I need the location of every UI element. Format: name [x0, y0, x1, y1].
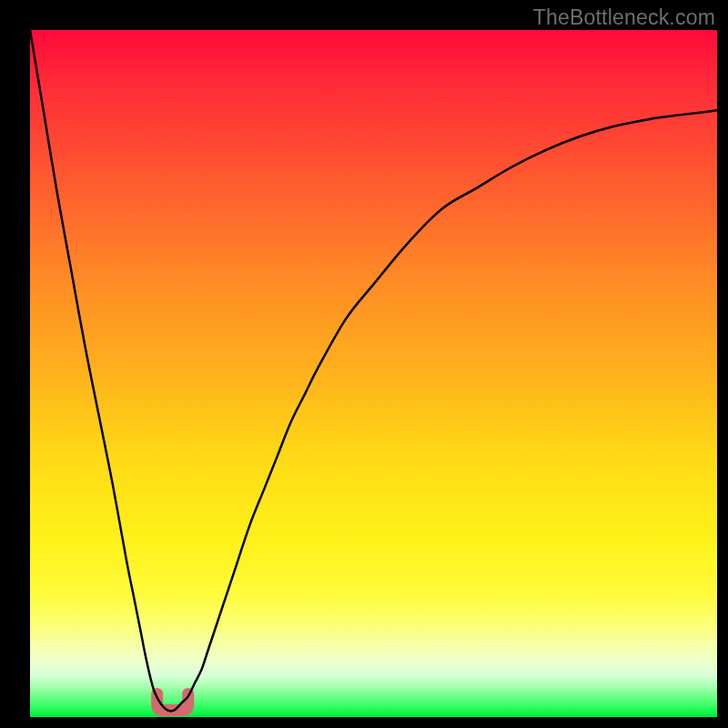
chart-svg [30, 30, 717, 717]
watermark-text: TheBottleneck.com [533, 5, 715, 30]
chart-frame: TheBottleneck.com [0, 0, 728, 728]
plot-area [30, 30, 717, 717]
bottleneck-curve [30, 30, 717, 711]
